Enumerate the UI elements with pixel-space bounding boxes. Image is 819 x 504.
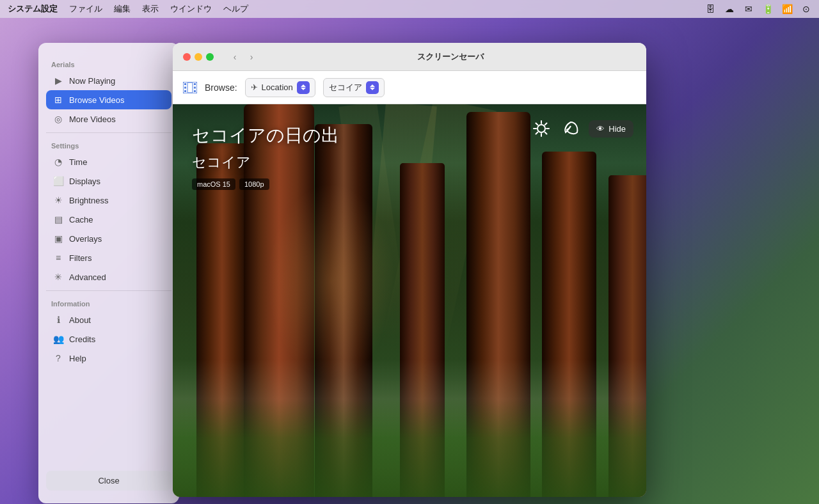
- forward-button[interactable]: ›: [244, 50, 258, 64]
- sidebar-label-now-playing: Now Playing: [69, 76, 115, 86]
- sidebar-label-advanced: Advanced: [69, 272, 106, 282]
- battery-icon[interactable]: 🔋: [763, 4, 773, 14]
- filmstrip-icon: [183, 82, 197, 93]
- about-icon: ℹ: [52, 315, 64, 325]
- sidebar: Aerials ▶ Now Playing ⊞ Browse Videos ◎ …: [38, 43, 179, 503]
- control-center-icon[interactable]: ⊙: [801, 4, 811, 14]
- menubar: システム設定 ファイル 編集 表示 ウインドウ ヘルプ 🗄 ☁ ✉ 🔋 📶 ⊙: [0, 0, 819, 18]
- sidebar-label-brightness: Brightness: [69, 196, 108, 205]
- sidebar-item-filters[interactable]: ≡ Filters: [46, 248, 171, 267]
- video-tag-macos: macOS 15: [192, 178, 235, 190]
- sidebar-item-time[interactable]: ◔ Time: [46, 152, 171, 171]
- clock-icon: ◔: [52, 157, 64, 167]
- sidebar-label-browse-videos: Browse Videos: [69, 95, 124, 105]
- nav-buttons: ‹ ›: [228, 50, 258, 64]
- display-icon: ⬜: [52, 176, 64, 186]
- video-tags: macOS 15 1080p: [192, 178, 339, 190]
- sidebar-label-time: Time: [69, 157, 87, 167]
- wifi-sidebar-icon: ◎: [52, 114, 64, 124]
- sidebar-item-brightness[interactable]: ☀ Brightness: [46, 191, 171, 210]
- menubar-right-icons: 🗄 ☁ ✉ 🔋 📶 ⊙: [705, 4, 811, 14]
- divider-1: [46, 132, 171, 133]
- cache-icon: ▤: [52, 214, 64, 224]
- svg-rect-4: [194, 83, 196, 85]
- browse-label: Browse:: [205, 83, 237, 93]
- menu-edit[interactable]: 編集: [114, 3, 131, 15]
- sidebar-item-about[interactable]: ℹ About: [46, 310, 171, 329]
- brightness-icon: ☀: [52, 195, 64, 205]
- svg-line-14: [545, 132, 547, 134]
- credits-icon: 👥: [52, 334, 64, 344]
- sunlight: [267, 183, 395, 379]
- filters-icon: ≡: [52, 253, 64, 263]
- video-controls-top-right: 👁 Hide: [530, 117, 633, 140]
- category-label: セコイア: [329, 82, 362, 93]
- sidebar-item-help[interactable]: ? Help: [46, 349, 171, 368]
- svg-rect-7: [187, 83, 193, 93]
- sidebar-label-about: About: [69, 315, 91, 325]
- sidebar-item-displays[interactable]: ⬜ Displays: [46, 171, 171, 191]
- db-icon[interactable]: 🗄: [705, 4, 715, 14]
- overlays-icon: ▣: [52, 233, 64, 244]
- sidebar-item-advanced[interactable]: ✳ Advanced: [46, 267, 171, 287]
- messages-icon[interactable]: ✉: [743, 4, 754, 14]
- category-dropdown-arrow: [366, 81, 379, 94]
- settings-section-label: Settings: [51, 142, 166, 150]
- traffic-lights: [183, 53, 214, 61]
- menu-system[interactable]: システム設定: [8, 3, 58, 15]
- svg-line-15: [545, 123, 547, 125]
- leaf-icon[interactable]: [559, 117, 582, 140]
- svg-rect-5: [194, 86, 196, 88]
- maximize-traffic-light[interactable]: [206, 53, 214, 61]
- menu-window[interactable]: ウインドウ: [170, 3, 212, 15]
- sidebar-label-cache: Cache: [69, 215, 93, 224]
- sun-icon[interactable]: [530, 117, 553, 140]
- sidebar-item-browse-videos[interactable]: ⊞ Browse Videos: [46, 90, 171, 109]
- sidebar-item-now-playing[interactable]: ▶ Now Playing: [46, 71, 171, 90]
- hide-button[interactable]: 👁 Hide: [589, 120, 633, 138]
- sidebar-item-overlays[interactable]: ▣ Overlays: [46, 229, 171, 248]
- wifi-icon[interactable]: 📶: [782, 4, 792, 14]
- svg-line-16: [536, 132, 538, 134]
- sidebar-label-overlays: Overlays: [69, 234, 102, 244]
- video-title: セコイアの日の出: [192, 123, 339, 148]
- aerials-section-label: Aerials: [51, 61, 166, 68]
- menu-view[interactable]: 表示: [142, 3, 159, 15]
- sidebar-label-more-videos: More Videos: [69, 114, 116, 124]
- svg-point-8: [537, 125, 545, 132]
- sidebar-label-credits: Credits: [69, 335, 95, 344]
- menu-help[interactable]: ヘルプ: [223, 3, 248, 15]
- location-dropdown-arrow: [297, 81, 310, 94]
- titlebar: ‹ › スクリーンセーバ: [173, 43, 646, 71]
- back-button[interactable]: ‹: [228, 50, 242, 64]
- help-icon: ?: [52, 353, 64, 363]
- play-icon: ▶: [52, 75, 64, 86]
- creative-cloud-icon[interactable]: ☁: [724, 4, 735, 14]
- hide-label: Hide: [608, 124, 626, 134]
- divider-2: [46, 290, 171, 291]
- close-traffic-light[interactable]: [183, 53, 191, 61]
- svg-rect-6: [194, 90, 196, 92]
- minimize-traffic-light[interactable]: [195, 53, 202, 61]
- eye-icon: 👁: [596, 124, 605, 134]
- location-nav-icon: ✈: [251, 83, 258, 92]
- svg-rect-3: [184, 90, 186, 92]
- mist: [173, 359, 646, 438]
- video-overlay: セコイアの日の出 セコイア macOS 15 1080p: [192, 123, 339, 190]
- location-dropdown[interactable]: ✈ Location: [245, 78, 315, 97]
- video-tag-resolution: 1080p: [239, 178, 269, 190]
- menu-file[interactable]: ファイル: [69, 3, 102, 15]
- sidebar-item-credits[interactable]: 👥 Credits: [46, 329, 171, 349]
- advanced-icon: ✳: [52, 272, 64, 282]
- category-dropdown[interactable]: セコイア: [323, 78, 385, 97]
- svg-rect-1: [184, 83, 186, 85]
- information-section-label: Information: [51, 300, 166, 308]
- svg-rect-2: [184, 86, 186, 88]
- video-subtitle: セコイア: [192, 153, 339, 172]
- close-button[interactable]: Close: [46, 471, 171, 491]
- video-area: セコイアの日の出 セコイア macOS 15 1080p: [173, 104, 646, 497]
- sidebar-item-cache[interactable]: ▤ Cache: [46, 210, 171, 229]
- location-label: Location: [262, 83, 293, 92]
- svg-line-13: [536, 123, 538, 125]
- sidebar-item-more-videos[interactable]: ◎ More Videos: [46, 109, 171, 129]
